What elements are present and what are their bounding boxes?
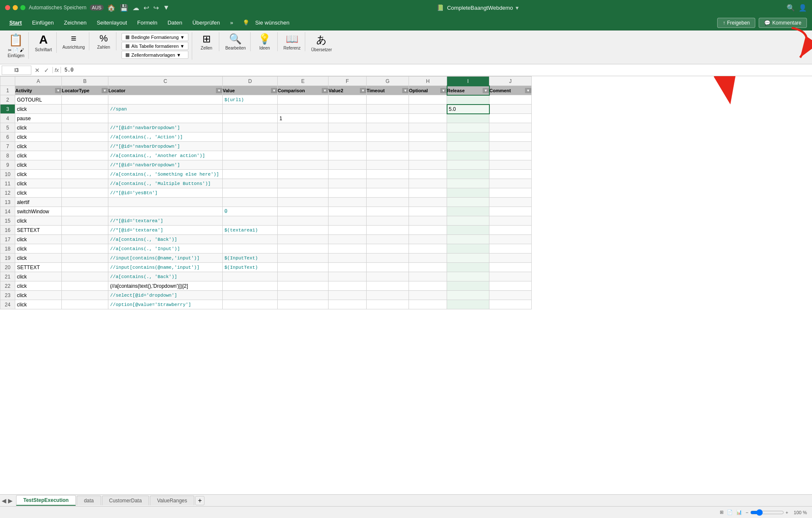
- header-locator[interactable]: Locator▼: [108, 86, 223, 95]
- search-icon[interactable]: 🔍: [787, 4, 795, 12]
- cell-e9[interactable]: [278, 160, 329, 170]
- filter-locator-btn[interactable]: ▼: [216, 88, 222, 93]
- cell-g13[interactable]: [367, 198, 409, 207]
- cell-j19[interactable]: [489, 253, 532, 263]
- cell-c15[interactable]: //*[@id='textarea']: [108, 216, 223, 226]
- cell-e12[interactable]: [278, 188, 329, 198]
- cell-g18[interactable]: [367, 244, 409, 253]
- cell-c24[interactable]: //option[@value='Strawberry']: [108, 300, 223, 309]
- cell-g22[interactable]: [367, 281, 409, 291]
- cell-g23[interactable]: [367, 291, 409, 300]
- cell-h23[interactable]: [409, 291, 447, 300]
- format-paint-icon[interactable]: 🖌: [20, 48, 24, 52]
- cell-j6[interactable]: [489, 132, 532, 142]
- cell-a6[interactable]: click: [15, 132, 62, 142]
- cell-a7[interactable]: click: [15, 142, 62, 151]
- filter-release-btn[interactable]: ▼: [483, 88, 489, 93]
- cell-e24[interactable]: [278, 300, 329, 309]
- cell-j5[interactable]: [489, 123, 532, 132]
- cell-a2[interactable]: GOTOURL: [15, 95, 62, 105]
- cell-h3[interactable]: [409, 105, 447, 114]
- cell-h11[interactable]: [409, 179, 447, 188]
- cell-j11[interactable]: [489, 179, 532, 188]
- cell-b24[interactable]: [62, 300, 108, 309]
- cell-a20[interactable]: SETTEXT: [15, 263, 62, 272]
- cell-b22[interactable]: [62, 281, 108, 291]
- tab-customerdata[interactable]: CustomerData: [102, 496, 149, 505]
- cell-d19[interactable]: $(InputText): [223, 253, 278, 263]
- cell-f7[interactable]: [329, 142, 367, 151]
- cell-g19[interactable]: [367, 253, 409, 263]
- cell-b5[interactable]: [62, 123, 108, 132]
- cell-i8[interactable]: [447, 151, 489, 160]
- cell-c19[interactable]: //input[contains(@name,'input')]: [108, 253, 223, 263]
- conditional-format-btn[interactable]: ▦ Bedingte Formatierung ▼: [122, 33, 188, 41]
- cells-icon[interactable]: ⊞: [202, 33, 211, 45]
- cell-i22[interactable]: [447, 281, 489, 291]
- cell-b19[interactable]: [62, 253, 108, 263]
- cell-b4[interactable]: [62, 114, 108, 123]
- cell-i24[interactable]: [447, 300, 489, 309]
- cell-g11[interactable]: [367, 179, 409, 188]
- header-value[interactable]: Value▼: [223, 86, 278, 95]
- cell-e5[interactable]: [278, 123, 329, 132]
- cell-f9[interactable]: [329, 160, 367, 170]
- cell-i9[interactable]: [447, 160, 489, 170]
- cell-c17[interactable]: //a[contains(., 'Back')]: [108, 235, 223, 244]
- cell-i14[interactable]: [447, 207, 489, 216]
- cell-i15[interactable]: [447, 216, 489, 226]
- tab-nav-prev[interactable]: ◀: [2, 497, 6, 504]
- cell-j3[interactable]: [489, 105, 532, 114]
- cell-i10[interactable]: [447, 170, 489, 179]
- menu-start[interactable]: Start: [5, 18, 26, 28]
- cell-d10[interactable]: [223, 170, 278, 179]
- cell-h19[interactable]: [409, 253, 447, 263]
- cell-e19[interactable]: [278, 253, 329, 263]
- cell-j17[interactable]: [489, 235, 532, 244]
- col-header-i[interactable]: I: [447, 77, 489, 86]
- share-button[interactable]: ↑ Freigeben: [717, 18, 755, 28]
- cell-d18[interactable]: [223, 244, 278, 253]
- cell-a8[interactable]: click: [15, 151, 62, 160]
- percent-icon[interactable]: %: [99, 33, 108, 44]
- cell-f19[interactable]: [329, 253, 367, 263]
- ideas-icon[interactable]: 💡: [258, 33, 271, 45]
- cell-h13[interactable]: [409, 198, 447, 207]
- cell-i5[interactable]: [447, 123, 489, 132]
- cell-d14[interactable]: 0: [223, 207, 278, 216]
- cell-styles-btn[interactable]: ▦ Zellenformatvorlagen ▼: [122, 51, 188, 59]
- cell-j22[interactable]: [489, 281, 532, 291]
- cell-f3[interactable]: [329, 105, 367, 114]
- customize-icon[interactable]: ▼: [163, 4, 170, 11]
- formula-input[interactable]: [63, 66, 810, 74]
- cell-j23[interactable]: [489, 291, 532, 300]
- cell-h12[interactable]: [409, 188, 447, 198]
- cell-c3[interactable]: //span: [108, 105, 223, 114]
- cell-g5[interactable]: [367, 123, 409, 132]
- cell-a21[interactable]: click: [15, 272, 62, 281]
- cell-e8[interactable]: [278, 151, 329, 160]
- header-activity[interactable]: Activity▼: [15, 86, 62, 95]
- cell-e17[interactable]: [278, 235, 329, 244]
- cell-i11[interactable]: [447, 179, 489, 188]
- cell-d17[interactable]: [223, 235, 278, 244]
- cell-j4[interactable]: [489, 114, 532, 123]
- cell-d13[interactable]: [223, 198, 278, 207]
- cell-b15[interactable]: [62, 216, 108, 226]
- cell-b2[interactable]: [62, 95, 108, 105]
- cell-f13[interactable]: [329, 198, 367, 207]
- cell-a3[interactable]: click: [15, 105, 62, 114]
- tab-teststep[interactable]: TestStepExecution: [16, 495, 76, 506]
- cell-g2[interactable]: [367, 95, 409, 105]
- minimize-btn[interactable]: [13, 5, 18, 10]
- cell-b12[interactable]: [62, 188, 108, 198]
- home-icon[interactable]: 🏠: [107, 4, 116, 12]
- cell-e2[interactable]: [278, 95, 329, 105]
- cell-f16[interactable]: [329, 226, 367, 235]
- cell-g20[interactable]: [367, 263, 409, 272]
- header-timeout[interactable]: Timeout▼: [367, 86, 409, 95]
- tab-valueranges[interactable]: ValueRanges: [150, 496, 194, 505]
- cell-h16[interactable]: [409, 226, 447, 235]
- cell-b21[interactable]: [62, 272, 108, 281]
- cell-g14[interactable]: [367, 207, 409, 216]
